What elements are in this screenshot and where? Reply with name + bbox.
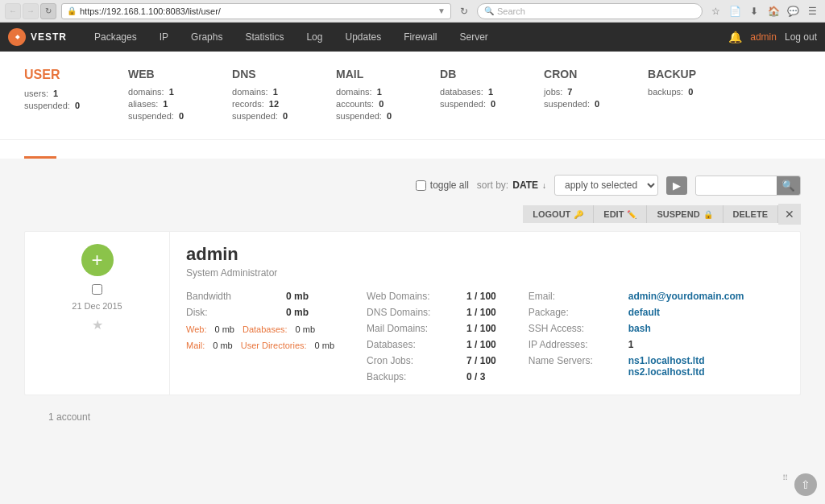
close-action-button[interactable]: ✕ — [778, 204, 801, 225]
disk-label: Disk: — [186, 307, 283, 318]
delete-action-button[interactable]: DELETE — [723, 205, 778, 223]
databases-label: Databases: — [367, 339, 463, 350]
dns-domains-row: DNS Domains: 1 / 100 — [367, 307, 496, 318]
nav-log[interactable]: Log — [295, 23, 334, 52]
email-value: admin@yourdomain.com — [628, 291, 744, 302]
nameservers-row: Name Servers: ns1.localhost.ltd ns2.loca… — [529, 355, 744, 378]
summary-backup: BACKUP backups:0 — [648, 68, 696, 123]
sort-value: DATE — [512, 180, 538, 191]
ssh-value: bash — [628, 323, 651, 334]
mail-domains-value: 1 / 100 — [466, 323, 496, 334]
web-domains-label: Web Domains: — [367, 291, 463, 302]
logo[interactable]: ◆ VESTR — [8, 28, 67, 46]
add-icon: + — [91, 249, 102, 271]
browser-search-bar[interactable]: 🔍 Search — [477, 3, 703, 19]
cron-jobs-label: Cron Jobs: — [367, 355, 463, 366]
email-label: Email: — [529, 291, 625, 302]
user-checkbox[interactable] — [92, 284, 102, 295]
edit-action-button[interactable]: EDIT ✏️ — [594, 205, 647, 223]
web-mb-label[interactable]: Web: — [186, 324, 206, 334]
nav-firewall[interactable]: Firewall — [392, 23, 448, 52]
cron-jobs-row: Cron Jobs: 7 / 100 — [367, 355, 496, 366]
add-user-button[interactable]: + — [81, 244, 114, 276]
email-row: Email: admin@yourdomain.com — [529, 291, 744, 302]
action-bar: LOGOUT 🔑 EDIT ✏️ SUSPEND 🔒 DELETE ✕ — [24, 204, 801, 225]
users-label: users: — [24, 89, 48, 98]
summary-cron-title: CRON — [544, 68, 599, 81]
nav-server[interactable]: Server — [449, 23, 500, 52]
sort-arrow-icon[interactable]: ↓ — [542, 181, 546, 190]
apply-button[interactable]: ▶ — [666, 176, 687, 195]
nav-updates[interactable]: Updates — [334, 23, 392, 52]
top-nav: ◆ VESTR Packages IP Graphs Statistics Lo… — [0, 23, 825, 52]
stat-col-mid: Web Domains: 1 / 100 DNS Domains: 1 / 10… — [367, 291, 496, 382]
page-footer: 1 account — [24, 395, 801, 439]
summary-web: WEB domains:1 aliases:1 suspended:0 — [128, 68, 184, 123]
notification-bell[interactable]: 🔔 — [728, 31, 742, 43]
apply-select[interactable]: apply to selected logout delete suspend — [554, 175, 658, 196]
star-button[interactable]: ★ — [92, 317, 103, 333]
stat-col-right: Email: admin@yourdomain.com Package: def… — [529, 291, 744, 382]
refresh-icon[interactable]: ↻ — [456, 3, 472, 19]
summary-db: DB databases:1 suspended:0 — [440, 68, 495, 123]
nameserver2-value: ns2.localhost.ltd — [628, 366, 705, 378]
summary-section: USER users:1 suspended:0 WEB domains:1 a… — [0, 52, 825, 140]
ssh-label: SSH Access: — [529, 323, 625, 334]
summary-backup-title: BACKUP — [648, 68, 696, 81]
suspended-user-value: 0 — [75, 101, 80, 110]
summary-db-title: DB — [440, 68, 495, 81]
web-domains-value: 1 / 100 — [466, 291, 496, 302]
suspend-action-button[interactable]: SUSPEND 🔒 — [647, 205, 723, 223]
nav-packages[interactable]: Packages — [83, 23, 148, 52]
card-stats: Bandwidth 0 mb Disk: 0 mb Web: 0 mb Data… — [186, 291, 784, 382]
logout-link[interactable]: Log out — [785, 31, 817, 43]
summary-mail: MAIL domains:1 accounts:0 suspended:0 — [336, 68, 392, 123]
package-row: Package: default — [529, 307, 744, 318]
logo-text: VESTR — [31, 31, 67, 43]
url-bar[interactable]: 🔒 https://192.168.1.100:8083/list/user/ … — [61, 3, 451, 19]
card-username: admin — [186, 244, 784, 265]
summary-mail-title: MAIL — [336, 68, 392, 81]
search-button[interactable]: 🔍 — [777, 176, 800, 195]
user-date: 21 Dec 2015 — [72, 301, 122, 311]
nav-ip[interactable]: IP — [148, 23, 180, 52]
package-value: default — [628, 307, 660, 318]
bandwidth-label: Bandwidth — [186, 291, 283, 302]
suspend-action-label: SUSPEND — [657, 209, 699, 219]
logout-action-button[interactable]: LOGOUT 🔑 — [523, 205, 594, 223]
tab-bar — [24, 140, 801, 159]
web-domains-row: Web Domains: 1 / 100 — [367, 291, 496, 302]
toolbar: toggle all sort by: DATE ↓ apply to sele… — [24, 167, 801, 204]
nameservers-label: Name Servers: — [529, 355, 625, 366]
mail-mb-label[interactable]: Mail: — [186, 341, 205, 350]
web-mb-value: 0 mb — [214, 324, 234, 334]
nav-right: 🔔 admin Log out — [728, 31, 817, 43]
menu-icon[interactable]: ☰ — [804, 3, 820, 19]
bookmark-icon[interactable]: 📄 — [727, 3, 743, 19]
account-count: 1 account — [48, 411, 90, 423]
download-icon[interactable]: ⬇ — [746, 3, 762, 19]
toggle-all-label: toggle all — [430, 180, 469, 191]
refresh-button[interactable]: ↻ — [40, 3, 56, 19]
home-icon[interactable]: 🏠 — [765, 3, 781, 19]
back-button[interactable]: ← — [5, 3, 21, 19]
url-text: https://192.168.1.100:8083/list/user/ — [80, 6, 221, 16]
sort-wrap: sort by: DATE ↓ — [477, 180, 546, 191]
close-icon: ✕ — [785, 208, 794, 221]
search-input[interactable] — [696, 176, 777, 194]
nav-statistics[interactable]: Statistics — [234, 23, 295, 52]
nav-graphs[interactable]: Graphs — [180, 23, 234, 52]
databases-mb-label[interactable]: Databases: — [243, 324, 288, 334]
forward-button[interactable]: → — [23, 3, 39, 19]
disk-row: Disk: 0 mb — [186, 307, 334, 318]
edit-action-icon: ✏️ — [627, 210, 636, 219]
chat-icon[interactable]: 💬 — [785, 3, 801, 19]
star-icon[interactable]: ☆ — [707, 3, 723, 19]
card-right: admin System Administrator Bandwidth 0 m… — [170, 232, 800, 395]
ip-label: IP Addresses: — [529, 339, 625, 350]
user-dirs-value: 0 mb — [315, 341, 334, 350]
users-value: 1 — [53, 89, 58, 98]
user-dirs-label[interactable]: User Directories: — [241, 341, 307, 350]
toggle-all-checkbox[interactable] — [416, 180, 426, 191]
tab-user[interactable] — [24, 140, 56, 159]
